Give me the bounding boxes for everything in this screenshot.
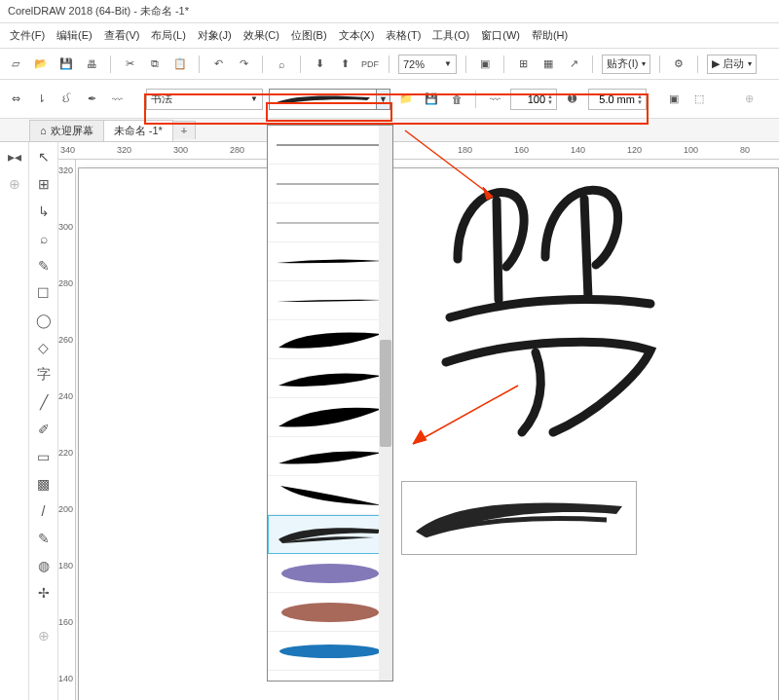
menu-text[interactable]: 文本(X) — [335, 26, 379, 45]
save-icon[interactable]: 💾 — [56, 55, 76, 74]
stroke-item[interactable] — [268, 281, 392, 320]
add-icon[interactable]: ⊕ — [740, 90, 760, 109]
polygon-tool-icon[interactable]: ◇ — [33, 337, 55, 358]
menu-effect[interactable]: 效果(C) — [240, 26, 283, 45]
delete-icon[interactable]: 🗑 — [447, 90, 466, 109]
import-icon[interactable]: ⬇ — [310, 55, 329, 74]
ruler-tick: 200 — [58, 504, 73, 514]
stroke-item[interactable] — [268, 554, 392, 593]
options-icon[interactable]: ⚙ — [669, 55, 688, 74]
stroke-item[interactable] — [268, 398, 392, 437]
menu-bitmap[interactable]: 位图(B) — [287, 26, 331, 45]
ellipse-tool-icon[interactable]: ◯ — [33, 310, 55, 331]
separator — [465, 55, 466, 73]
stroke-item[interactable] — [268, 126, 392, 165]
save-preset-icon[interactable]: 💾 — [422, 90, 441, 109]
zoom-combo[interactable]: 72% ▼ — [398, 55, 457, 74]
interactive-fill-icon[interactable]: ◍ — [33, 555, 55, 576]
menu-window[interactable]: 窗口(W) — [477, 26, 524, 45]
menu-help[interactable]: 帮助(H) — [528, 26, 572, 45]
tab-document[interactable]: 未命名 -1* — [103, 120, 173, 141]
pick-tool-icon[interactable]: ↖ — [33, 146, 55, 167]
table-tool-icon[interactable]: ▭ — [33, 446, 55, 467]
artistic-media-icon[interactable]: ✐ — [33, 419, 55, 440]
pressure-mode-icon[interactable]: 〰 — [107, 90, 127, 109]
line-tool-icon[interactable]: ╱ — [33, 391, 55, 413]
menu-object[interactable]: 对象(J) — [194, 26, 236, 45]
preset-mode-icon[interactable]: ⇔ — [6, 90, 25, 109]
add-tool-icon[interactable]: ⊕ — [33, 625, 55, 646]
nav-left-icon[interactable]: ▸◂ — [4, 146, 25, 167]
paste-icon[interactable]: 📋 — [170, 55, 190, 74]
stroke-preset-combo[interactable]: ▼ — [269, 89, 390, 110]
ruler-tick: 340 — [60, 145, 75, 155]
bounding-box-icon[interactable]: ▣ — [664, 90, 684, 109]
stroke-item-selected[interactable] — [268, 515, 392, 554]
smoothing-spinner[interactable]: ▲▼ — [510, 89, 557, 110]
snap-combo[interactable]: 贴齐(I) ▾ — [602, 55, 650, 74]
brush-mode-icon[interactable]: ⇂ — [31, 90, 51, 109]
zoom-tool-icon[interactable]: ⌕ — [33, 228, 55, 249]
stroke-item[interactable] — [268, 632, 392, 671]
stroke-item[interactable] — [268, 165, 392, 203]
freehand-tool-icon[interactable]: ✎ — [33, 255, 55, 276]
fullscreen-icon[interactable]: ▣ — [475, 55, 495, 74]
pdf-icon[interactable]: PDF — [360, 55, 380, 74]
text-tool-icon[interactable]: 字 — [33, 364, 55, 386]
menu-file[interactable]: 文件(F) — [6, 26, 49, 45]
shape-tool-icon[interactable]: ⊞ — [33, 173, 55, 195]
redo-icon[interactable]: ↷ — [234, 55, 253, 74]
open-icon[interactable]: 📂 — [31, 55, 51, 74]
menu-tools[interactable]: 工具(O) — [428, 26, 473, 45]
select-inside-icon[interactable]: ⬚ — [689, 90, 709, 109]
undo-icon[interactable]: ↶ — [208, 55, 228, 74]
category-combo[interactable]: 书法 ▼ — [146, 89, 263, 110]
stroke-list[interactable] — [267, 125, 393, 682]
new-icon[interactable]: ▱ — [6, 55, 25, 74]
crop-tool-icon[interactable]: ↳ — [33, 201, 55, 222]
search-icon[interactable]: ⌕ — [272, 55, 291, 74]
grid-icon[interactable]: ▦ — [538, 55, 558, 74]
spinner-buttons[interactable]: ▲▼ — [637, 93, 643, 105]
chevron-down-icon[interactable]: ▼ — [376, 90, 390, 109]
width-spinner[interactable]: ▲▼ — [588, 89, 647, 110]
folder-icon[interactable]: 📁 — [396, 90, 416, 109]
stroke-item[interactable] — [268, 359, 392, 398]
width-input[interactable] — [592, 93, 635, 105]
menu-table[interactable]: 表格(T) — [382, 26, 425, 45]
ruler-vertical[interactable]: 320 300 280 260 240 220 200 180 160 140 — [58, 160, 76, 700]
tab-welcome[interactable]: ⌂ 欢迎屏幕 — [29, 120, 104, 141]
stroke-item[interactable] — [268, 476, 392, 515]
eyedropper-icon[interactable]: / — [33, 500, 55, 522]
print-icon[interactable]: 🖶 — [82, 55, 101, 74]
export-icon[interactable]: ⬆ — [335, 55, 354, 74]
menu-view[interactable]: 查看(V) — [100, 26, 144, 45]
rectangle-tool-icon[interactable]: ☐ — [33, 282, 55, 304]
stroke-item[interactable] — [268, 203, 392, 242]
calligraphy-mode-icon[interactable]: ✒ — [82, 90, 101, 109]
tab-add[interactable]: + — [172, 121, 196, 139]
stroke-item[interactable] — [268, 320, 392, 359]
separator — [592, 55, 593, 73]
crosshair-icon[interactable]: ✢ — [33, 582, 55, 604]
spray-mode-icon[interactable]: ઈ — [56, 90, 76, 109]
copy-icon[interactable]: ⧉ — [145, 55, 165, 74]
guides-icon[interactable]: ↗ — [564, 55, 583, 74]
rulers-icon[interactable]: ⊞ — [513, 55, 533, 74]
svg-line-6 — [405, 130, 493, 197]
scrollbar-thumb[interactable] — [380, 340, 391, 447]
fill-tool-icon[interactable]: ✎ — [33, 528, 55, 549]
menu-layout[interactable]: 布局(L) — [147, 26, 189, 45]
stroke-item[interactable] — [268, 593, 392, 632]
spinner-buttons[interactable]: ▲▼ — [547, 93, 553, 105]
menu-edit[interactable]: 编辑(E) — [53, 26, 96, 45]
ruler-tick: 240 — [58, 391, 73, 401]
smoothing-input[interactable] — [514, 93, 545, 105]
cut-icon[interactable]: ✂ — [120, 55, 139, 74]
stroke-item[interactable] — [268, 437, 392, 476]
start-button[interactable]: ▶ 启动 ▾ — [707, 55, 757, 74]
scrollbar[interactable] — [379, 126, 392, 681]
stroke-item[interactable] — [268, 242, 392, 281]
plus-icon[interactable]: ⊕ — [4, 173, 25, 195]
transparency-icon[interactable]: ▩ — [33, 473, 55, 495]
